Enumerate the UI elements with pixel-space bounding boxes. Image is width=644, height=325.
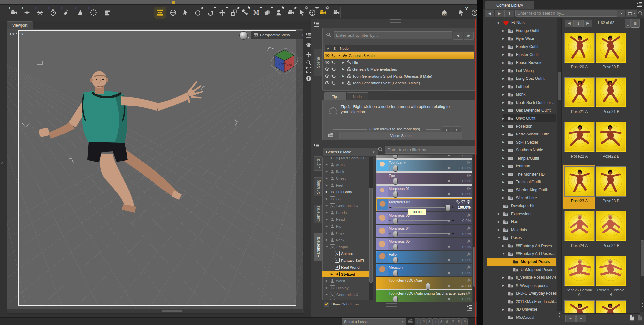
col-node[interactable]: Node: [338, 46, 351, 51]
filter-prev-button[interactable]: ◀: [453, 32, 463, 40]
expander-icon[interactable]: ▶: [498, 228, 501, 231]
expander-icon[interactable]: ▶: [326, 293, 329, 296]
slider-value[interactable]: 0.0%: [456, 166, 471, 170]
expander-icon[interactable]: ▶: [342, 61, 346, 64]
expander-icon[interactable]: ▶: [326, 279, 329, 282]
slider-handle[interactable]: [393, 244, 398, 250]
gear-icon[interactable]: [466, 200, 471, 204]
decrement-button[interactable]: −: [389, 258, 391, 262]
pose-thumbnail[interactable]: Pose22 A: [564, 122, 594, 159]
slider-value[interactable]: 100.0%: [456, 205, 471, 209]
slider-handle[interactable]: [393, 165, 398, 172]
content-tree-row[interactable]: 2011XMasFree-lunchl...: [502, 298, 557, 305]
content-tree-row[interactable]: ▶FUNtasi: [498, 19, 525, 27]
slider-track[interactable]: [393, 284, 450, 288]
expander-icon[interactable]: ▶: [326, 163, 329, 166]
nav-up-button[interactable]: ⬆: [504, 10, 514, 17]
pose-thumbnail[interactable]: Pose21 B: [596, 77, 626, 114]
create-primitive-icon[interactable]: +: [74, 7, 86, 19]
selectable-cursor-icon[interactable]: [331, 67, 336, 72]
lesson-page-2[interactable]: 2: [421, 318, 427, 325]
selectable-cursor-icon[interactable]: [331, 74, 336, 78]
slider-handle[interactable]: [393, 191, 398, 198]
content-tree-row[interactable]: ▶House Brownie: [502, 59, 542, 66]
slider-value[interactable]: 0.0%: [456, 232, 471, 236]
increment-button[interactable]: +: [452, 155, 454, 157]
nav-back-button[interactable]: ◀: [485, 10, 494, 17]
increment-button[interactable]: +: [452, 284, 454, 288]
gear-icon[interactable]: [467, 186, 471, 191]
pose-thumbnail[interactable]: Pose20 B: [596, 33, 626, 69]
lesson-page-3[interactable]: 3: [427, 318, 432, 325]
expander-icon[interactable]: ▶: [502, 61, 506, 64]
scene-node-row[interactable]: ▶Toon Generations Short Pants (Genesis 8…: [324, 73, 474, 79]
panel-menu-icon[interactable]: [313, 21, 320, 27]
slider-value[interactable]: 0.0%: [456, 297, 471, 301]
create-point-light-icon[interactable]: +: [34, 7, 46, 19]
file-locked-icon[interactable]: [637, 314, 643, 321]
slider-track[interactable]: [393, 192, 450, 196]
visibility-eye-icon[interactable]: [324, 60, 330, 65]
figure-selector-dropdown[interactable]: Genesis 8 Male▼: [323, 148, 378, 156]
parameters-tree-row[interactable]: ▶Hip: [322, 223, 373, 230]
expander-icon[interactable]: ▶: [326, 225, 329, 228]
create-gauge-light-icon[interactable]: +: [47, 7, 59, 19]
parameters-tree-row[interactable]: ▶GStylized: [322, 271, 373, 277]
expander-icon[interactable]: ▼: [338, 54, 342, 57]
content-tree-row[interactable]: !3-D-C Everyday Poses: [502, 290, 557, 297]
content-tree-row[interactable]: ▶3D Universe: [502, 305, 537, 313]
scroll-up-arrow[interactable]: ▲: [558, 312, 561, 315]
expander-icon[interactable]: ▼: [326, 245, 329, 248]
expander-icon[interactable]: ▶: [498, 21, 501, 24]
lesson-page-7[interactable]: 7: [450, 318, 456, 325]
expander-icon[interactable]: ▶: [331, 273, 334, 276]
parameters-tree-row[interactable]: ▶Arms: [322, 161, 373, 168]
decrement-button[interactable]: −: [389, 166, 391, 170]
gear-icon[interactable]: [467, 252, 471, 256]
content-tree-row[interactable]: ▼!!!!Fantasy Art Poses...: [502, 250, 555, 258]
content-tree-row[interactable]: UnMorphed Poses: [507, 266, 553, 274]
content-tree-row[interactable]: ▶TemplarOutfit: [502, 154, 539, 162]
expander-icon[interactable]: ▶: [502, 109, 506, 112]
parameters-tree-row[interactable]: ▶Chest: [322, 175, 373, 182]
increment-button[interactable]: +: [451, 205, 454, 210]
slider-handle[interactable]: [393, 257, 398, 263]
lesson-video-icon[interactable]: [407, 318, 414, 324]
content-library-tab[interactable]: Content Library: [485, 1, 534, 9]
scene-node-row[interactable]: ▶Hip: [324, 59, 474, 66]
pose-thumbnail[interactable]: Pose24 B: [596, 211, 626, 248]
pose-image[interactable]: [596, 122, 626, 152]
col-visibility[interactable]: V: [325, 46, 331, 51]
expander-icon[interactable]: ▶: [502, 125, 506, 128]
slider-handle[interactable]: [393, 231, 398, 237]
lesson-page-6[interactable]: 6: [444, 318, 450, 325]
tips-panel-grip[interactable]: [390, 90, 401, 93]
active-pose-icon[interactable]: [192, 7, 204, 19]
gear-icon[interactable]: [467, 278, 471, 282]
pose-thumbnail[interactable]: Pose24 A: [564, 211, 594, 248]
expander-icon[interactable]: ▶: [326, 218, 329, 221]
decrement-button[interactable]: −: [389, 219, 391, 223]
scrollbar-thumb[interactable]: [369, 188, 373, 283]
expander-icon[interactable]: ▶: [502, 37, 506, 40]
expander-icon[interactable]: ▶: [502, 173, 506, 176]
slider-track[interactable]: [393, 219, 450, 223]
expander-icon[interactable]: ▶: [502, 149, 506, 152]
expander-icon[interactable]: ▶: [502, 189, 506, 191]
parameters-bottom-grip[interactable]: [386, 303, 397, 307]
scroll-down-arrow[interactable]: ▼: [558, 315, 561, 318]
expander-icon[interactable]: ▶: [502, 284, 506, 287]
content-tree-row[interactable]: ▶Long Coat Outfit: [502, 75, 544, 82]
pose-image[interactable]: [564, 122, 595, 152]
parameters-tree-row[interactable]: GFantasy SciFi: [322, 257, 373, 264]
tab-node[interactable]: Node: [347, 92, 368, 101]
decrement-button[interactable]: −: [389, 284, 391, 288]
gear-icon[interactable]: [467, 226, 471, 230]
content-tree-row[interactable]: ▶Southern Noble: [502, 146, 543, 154]
content-tree-row[interactable]: ▶Poseidon: [502, 122, 532, 130]
content-tree-row[interactable]: ▶Wizard Lore: [502, 194, 537, 202]
parameter-slider-Morpheus 02[interactable]: Morpheus 02−+100.0%100.0%: [376, 198, 472, 211]
pose-image[interactable]: [564, 166, 595, 197]
parameters-tree-row[interactable]: ▶Waist: [322, 277, 373, 284]
tool-settings-icon[interactable]: [296, 7, 308, 19]
